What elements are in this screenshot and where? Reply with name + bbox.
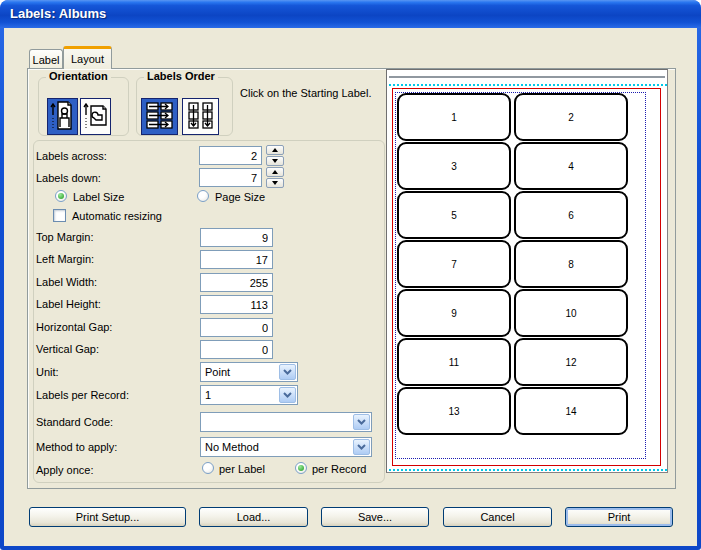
- tab-layout-text: Layout: [71, 53, 104, 65]
- labels-across-input[interactable]: [199, 146, 262, 165]
- unit-select[interactable]: Point: [200, 362, 298, 382]
- preview-label-cell[interactable]: 4: [514, 142, 628, 190]
- preview-label-cell[interactable]: 5: [397, 191, 511, 239]
- order-horizontal-button[interactable]: [141, 98, 178, 135]
- print-setup-button-label: Print Setup...: [76, 511, 140, 523]
- horizontal-gap-input[interactable]: [200, 318, 273, 337]
- automatic-resizing-checkbox[interactable]: [53, 209, 66, 222]
- load-button-label: Load...: [237, 511, 271, 523]
- label-size-radio-label[interactable]: Label Size: [73, 191, 124, 203]
- labels-per-record-select[interactable]: 1: [200, 385, 298, 405]
- spin-down-icon[interactable]: [266, 156, 284, 166]
- preview-label-cell[interactable]: 9: [397, 289, 511, 337]
- order-vertical-button[interactable]: [182, 98, 219, 135]
- window-title: Labels: Albums: [10, 6, 106, 21]
- labels-per-record-label: Labels per Record:: [36, 389, 129, 401]
- page-top-edge: [389, 76, 665, 78]
- portrait-page-icon: [50, 100, 75, 133]
- dialog-window: Labels: Albums Label Layout Orientation: [0, 0, 701, 550]
- save-button[interactable]: Save...: [321, 507, 429, 527]
- vertical-gap-label: Vertical Gap:: [36, 343, 99, 355]
- per-label-radio-label[interactable]: per Label: [219, 463, 265, 475]
- preview-label-cell[interactable]: 10: [514, 289, 628, 337]
- horizontal-gap-label: Horizontal Gap:: [36, 321, 112, 333]
- page-edge-guide-bottom: [389, 469, 667, 471]
- labels-across-label: Labels across:: [36, 150, 107, 162]
- label-height-label: Label Height:: [36, 298, 101, 310]
- print-button-label: Print: [608, 511, 631, 523]
- per-label-radio[interactable]: [202, 462, 214, 474]
- title-bar[interactable]: Labels: Albums: [0, 0, 701, 28]
- preview-label-grid[interactable]: 1234567891011121314: [397, 93, 628, 435]
- standard-code-select[interactable]: [200, 412, 372, 432]
- label-size-radio[interactable]: [55, 190, 67, 202]
- label-width-input[interactable]: [200, 273, 273, 292]
- method-to-apply-select[interactable]: No Method: [200, 437, 372, 457]
- orientation-group-title: Orientation: [46, 70, 111, 82]
- top-margin-input[interactable]: [200, 228, 273, 247]
- print-setup-button[interactable]: Print Setup...: [29, 507, 186, 527]
- tab-layout[interactable]: Layout: [63, 46, 112, 69]
- per-record-radio[interactable]: [295, 462, 307, 474]
- tab-label[interactable]: Label: [29, 49, 63, 69]
- labels-per-record-value: 1: [201, 389, 278, 401]
- preview-label-cell[interactable]: 6: [514, 191, 628, 239]
- labels-down-stepper[interactable]: [266, 167, 284, 188]
- chevron-down-icon[interactable]: [353, 439, 370, 455]
- labels-down-input[interactable]: [199, 168, 262, 187]
- preview-label-cell[interactable]: 2: [514, 93, 628, 141]
- preview-label-cell[interactable]: 8: [514, 240, 628, 288]
- chevron-down-icon[interactable]: [279, 364, 296, 380]
- page-edge-guide-top: [389, 84, 667, 86]
- page-size-radio[interactable]: [197, 190, 209, 202]
- preview-label-cell[interactable]: 13: [397, 387, 511, 435]
- labels-order-group-title: Labels Order: [144, 70, 218, 82]
- preview-label-cell[interactable]: 7: [397, 240, 511, 288]
- apply-once-label: Apply once:: [36, 464, 93, 476]
- horizontal-order-icon: [145, 101, 174, 132]
- unit-label: Unit:: [36, 366, 59, 378]
- preview-label-cell[interactable]: 11: [397, 338, 511, 386]
- label-height-input[interactable]: [200, 295, 273, 314]
- starting-label-hint: Click on the Starting Label.: [240, 87, 371, 99]
- spin-up-icon[interactable]: [266, 145, 284, 155]
- cancel-button-label: Cancel: [480, 511, 514, 523]
- automatic-resizing-label[interactable]: Automatic resizing: [72, 210, 162, 222]
- per-record-radio-label[interactable]: per Record: [312, 463, 366, 475]
- spin-up-icon[interactable]: [266, 167, 284, 177]
- vertical-order-icon: [186, 101, 215, 132]
- print-button[interactable]: Print: [565, 507, 673, 527]
- labels-across-stepper[interactable]: [266, 145, 284, 166]
- orientation-landscape-button[interactable]: [80, 98, 111, 135]
- preview-label-cell[interactable]: 14: [514, 387, 628, 435]
- page-size-radio-label[interactable]: Page Size: [215, 191, 265, 203]
- cancel-button[interactable]: Cancel: [443, 507, 552, 527]
- standard-code-label: Standard Code:: [36, 416, 113, 428]
- load-button[interactable]: Load...: [199, 507, 308, 527]
- orientation-portrait-button[interactable]: [47, 98, 78, 135]
- page-preview[interactable]: 1234567891011121314: [386, 69, 668, 473]
- method-to-apply-value: No Method: [201, 441, 352, 453]
- preview-label-cell[interactable]: 3: [397, 142, 511, 190]
- unit-value: Point: [201, 366, 278, 378]
- preview-label-cell[interactable]: 12: [514, 338, 628, 386]
- left-margin-input[interactable]: [200, 250, 273, 269]
- spin-down-icon[interactable]: [266, 178, 284, 188]
- labels-down-label: Labels down:: [36, 172, 101, 184]
- left-margin-label: Left Margin:: [36, 253, 94, 265]
- preview-label-cell[interactable]: 1: [397, 93, 511, 141]
- vertical-gap-input[interactable]: [200, 340, 273, 359]
- label-width-label: Label Width:: [36, 276, 97, 288]
- method-to-apply-label: Method to apply:: [36, 441, 117, 453]
- save-button-label: Save...: [358, 511, 392, 523]
- landscape-page-icon: [83, 100, 108, 133]
- top-margin-label: Top Margin:: [36, 231, 93, 243]
- chevron-down-icon[interactable]: [279, 387, 296, 403]
- tab-label-text: Label: [33, 54, 60, 66]
- chevron-down-icon[interactable]: [353, 414, 370, 430]
